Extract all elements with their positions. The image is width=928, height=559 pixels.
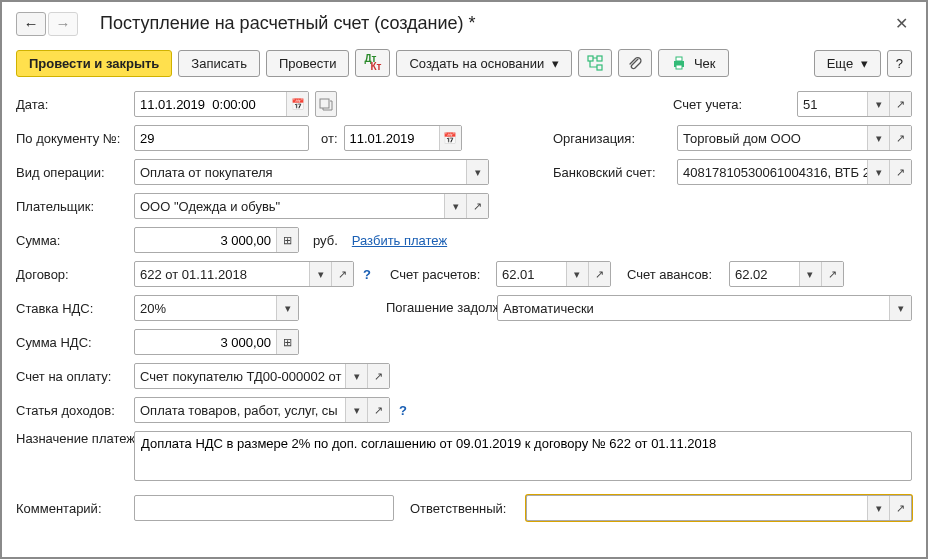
dtkt-button[interactable]: ДтКт	[355, 49, 390, 77]
bankacc-open-icon[interactable]: ↗	[889, 160, 911, 184]
responsible-input[interactable]	[527, 496, 867, 520]
check-button[interactable]: Чек	[658, 49, 729, 77]
vatrate-input[interactable]: 20%	[135, 296, 276, 320]
check-label: Чек	[694, 56, 716, 71]
create-based-on-button[interactable]: Создать на основании ▾	[396, 50, 572, 77]
label-optype: Вид операции:	[16, 165, 128, 180]
contract-dropdown-icon[interactable]: ▾	[309, 262, 331, 286]
date-open-button[interactable]	[315, 91, 337, 117]
org-input[interactable]: Торговый дом ООО	[678, 126, 867, 150]
responsible-dropdown-icon[interactable]: ▾	[867, 496, 889, 520]
income-item-input[interactable]: Оплата товаров, работ, услуг, сы	[135, 398, 345, 422]
label-income-item: Статья доходов:	[16, 403, 128, 418]
debtrepay-dropdown-icon[interactable]: ▾	[889, 296, 911, 320]
income-item-open-icon[interactable]: ↗	[367, 398, 389, 422]
sum-calc-icon[interactable]: ⊞	[276, 228, 298, 252]
label-rub: руб.	[313, 233, 338, 248]
contract-open-icon[interactable]: ↗	[331, 262, 353, 286]
label-purpose: Назначение платежа:	[16, 431, 128, 448]
optype-input[interactable]: Оплата от покупателя	[135, 160, 466, 184]
toolbar: Провести и закрыть Записать Провести ДтК…	[16, 49, 912, 77]
label-advacc: Счет авансов:	[627, 267, 723, 282]
vatrate-dropdown-icon[interactable]: ▾	[276, 296, 298, 320]
label-date: Дата:	[16, 97, 128, 112]
label-settleacc: Счет расчетов:	[390, 267, 490, 282]
create-based-on-label: Создать на основании	[409, 56, 544, 71]
label-responsible: Ответственный:	[410, 501, 520, 516]
bankacc-input[interactable]: 40817810530061004316, ВТБ 24 (ПАО)	[678, 160, 867, 184]
label-org: Организация:	[553, 131, 671, 146]
hierarchy-icon	[587, 55, 603, 71]
settleacc-input[interactable]: 62.01	[497, 262, 566, 286]
label-debtrepay: Погашение задолженности:	[386, 300, 491, 316]
nav-back-button[interactable]: ←	[16, 12, 46, 36]
label-invoice: Счет на оплату:	[16, 369, 128, 384]
more-label: Еще	[827, 56, 853, 71]
debtrepay-input[interactable]: Автоматически	[498, 296, 889, 320]
calendar-icon[interactable]: 📅	[286, 92, 308, 116]
payer-dropdown-icon[interactable]: ▾	[444, 194, 466, 218]
comment-input[interactable]	[135, 496, 393, 520]
invoice-input[interactable]: Счет покупателю ТД00-000002 от 1	[135, 364, 345, 388]
structure-button[interactable]	[578, 49, 612, 77]
org-open-icon[interactable]: ↗	[889, 126, 911, 150]
purpose-textarea[interactable]	[134, 431, 912, 481]
invoice-dropdown-icon[interactable]: ▾	[345, 364, 367, 388]
income-item-dropdown-icon[interactable]: ▾	[345, 398, 367, 422]
docdate-input[interactable]	[345, 126, 439, 150]
responsible-open-icon[interactable]: ↗	[889, 496, 911, 520]
more-button[interactable]: Еще ▾	[814, 50, 881, 77]
label-vatrate: Ставка НДС:	[16, 301, 128, 316]
label-contract: Договор:	[16, 267, 128, 282]
vatsum-calc-icon[interactable]: ⊞	[276, 330, 298, 354]
advacc-input[interactable]: 62.02	[730, 262, 799, 286]
contract-help-icon[interactable]: ?	[360, 267, 374, 282]
settleacc-open-icon[interactable]: ↗	[588, 262, 610, 286]
page-title: Поступление на расчетный счет (создание)…	[100, 13, 891, 34]
docnum-input[interactable]	[135, 126, 308, 150]
date-input[interactable]	[135, 92, 286, 116]
svg-rect-0	[588, 56, 593, 61]
docdate-calendar-icon[interactable]: 📅	[439, 126, 461, 150]
post-and-close-button[interactable]: Провести и закрыть	[16, 50, 172, 77]
optype-dropdown-icon[interactable]: ▾	[466, 160, 488, 184]
split-payment-link[interactable]: Разбить платеж	[352, 233, 447, 248]
account-open-icon[interactable]: ↗	[889, 92, 911, 116]
label-comment: Комментарий:	[16, 501, 128, 516]
org-dropdown-icon[interactable]: ▾	[867, 126, 889, 150]
help-button[interactable]: ?	[887, 50, 912, 77]
label-bankacc: Банковский счет:	[553, 165, 671, 180]
vatsum-input[interactable]	[135, 330, 276, 354]
svg-rect-4	[676, 57, 682, 61]
open-icon	[318, 96, 334, 112]
contract-input[interactable]: 622 от 01.11.2018	[135, 262, 309, 286]
label-account: Счет учета:	[673, 97, 791, 112]
printer-icon	[671, 55, 687, 71]
bankacc-dropdown-icon[interactable]: ▾	[867, 160, 889, 184]
settleacc-dropdown-icon[interactable]: ▾	[566, 262, 588, 286]
label-payer: Плательщик:	[16, 199, 128, 214]
svg-rect-2	[597, 65, 602, 70]
advacc-open-icon[interactable]: ↗	[821, 262, 843, 286]
sum-input[interactable]	[135, 228, 276, 252]
post-button[interactable]: Провести	[266, 50, 350, 77]
svg-rect-6	[320, 99, 329, 108]
svg-rect-1	[597, 56, 602, 61]
invoice-open-icon[interactable]: ↗	[367, 364, 389, 388]
label-sum: Сумма:	[16, 233, 128, 248]
account-dropdown-icon[interactable]: ▾	[867, 92, 889, 116]
payer-open-icon[interactable]: ↗	[466, 194, 488, 218]
account-input[interactable]: 51	[798, 92, 867, 116]
label-vatsum: Сумма НДС:	[16, 335, 128, 350]
advacc-dropdown-icon[interactable]: ▾	[799, 262, 821, 286]
paperclip-icon	[627, 55, 643, 71]
nav-forward-button: →	[48, 12, 78, 36]
income-item-help-icon[interactable]: ?	[396, 403, 410, 418]
attach-button[interactable]	[618, 49, 652, 77]
payer-input[interactable]: ООО "Одежда и обувь"	[135, 194, 444, 218]
close-icon[interactable]: ✕	[891, 10, 912, 37]
label-docnum: По документу №:	[16, 131, 128, 146]
svg-rect-5	[676, 65, 682, 69]
label-ot: от:	[321, 131, 338, 146]
save-button[interactable]: Записать	[178, 50, 260, 77]
